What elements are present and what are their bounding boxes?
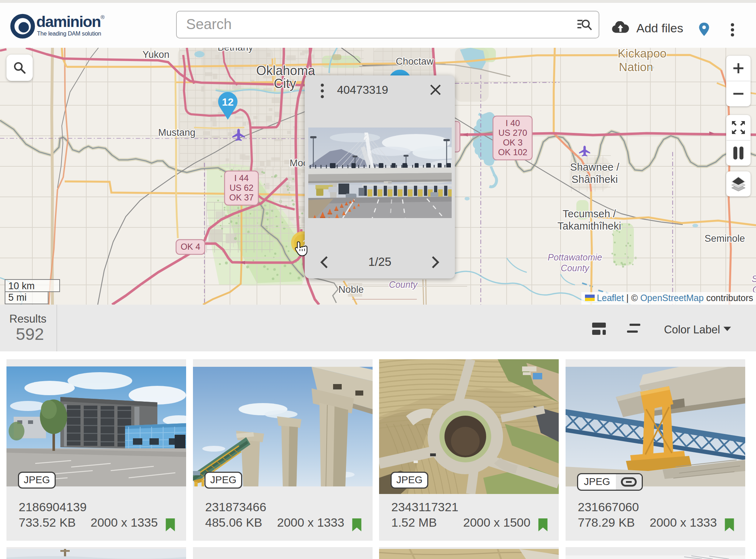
svg-text:County: County bbox=[389, 280, 418, 290]
svg-text:Oklahoma: Oklahoma bbox=[256, 63, 315, 78]
svg-text:Seminole: Seminole bbox=[705, 233, 745, 244]
svg-text:Nation: Nation bbox=[619, 60, 653, 74]
svg-text:US 62: US 62 bbox=[230, 183, 254, 193]
svg-text:Takamithîheki: Takamithîheki bbox=[557, 220, 621, 232]
svg-text:City: City bbox=[274, 76, 296, 91]
svg-text:Pottawatomie: Pottawatomie bbox=[548, 252, 602, 262]
svg-text:Kickapoo: Kickapoo bbox=[618, 48, 667, 60]
svg-text:Bethany: Bethany bbox=[217, 48, 253, 53]
svg-text:Noble: Noble bbox=[338, 284, 364, 295]
svg-text:I 44: I 44 bbox=[234, 173, 249, 183]
svg-text:OK 3: OK 3 bbox=[503, 138, 523, 147]
svg-text:Shânîheki: Shânîheki bbox=[572, 174, 618, 185]
svg-text:County: County bbox=[561, 263, 590, 273]
svg-text:Shawnee /: Shawnee / bbox=[570, 161, 619, 173]
svg-text:Choctaw: Choctaw bbox=[396, 56, 434, 67]
svg-text:12: 12 bbox=[222, 96, 234, 108]
svg-text:Sen: Sen bbox=[752, 274, 756, 284]
svg-text:Mustang: Mustang bbox=[158, 127, 195, 138]
svg-text:OK 37: OK 37 bbox=[229, 193, 254, 202]
svg-text:OK 102: OK 102 bbox=[498, 147, 527, 157]
svg-text:OK 4: OK 4 bbox=[181, 242, 200, 251]
svg-text:US 270: US 270 bbox=[498, 128, 527, 138]
svg-text:I 40: I 40 bbox=[506, 118, 520, 128]
svg-text:Yukon: Yukon bbox=[142, 49, 169, 60]
svg-text:Tecumseh /: Tecumseh / bbox=[563, 208, 616, 220]
